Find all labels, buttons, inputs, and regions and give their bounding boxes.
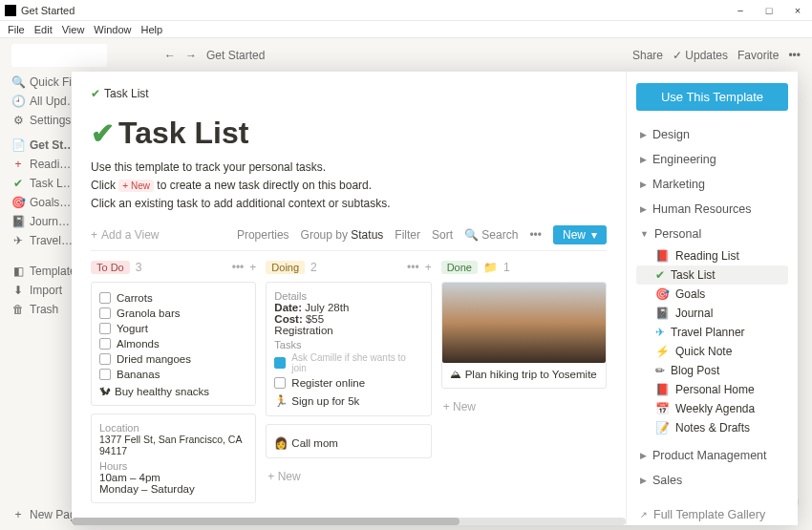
status-badge: To Do xyxy=(91,261,130,274)
toolbar-more[interactable]: ••• xyxy=(529,228,542,242)
kanban-board: To Do 3 ••• + Carrots Granola bars Yogur… xyxy=(91,261,607,511)
clock-icon: 🕘 xyxy=(11,95,25,108)
chevron-right-icon: ▶ xyxy=(640,155,647,164)
share-button[interactable]: Share xyxy=(632,49,663,62)
column-count: 1 xyxy=(503,261,510,274)
new-button[interactable]: New ▾ xyxy=(553,225,607,244)
chevron-right-icon: ▶ xyxy=(640,130,647,139)
menu-view[interactable]: View xyxy=(62,24,85,35)
mountain-icon: ⛰ xyxy=(450,369,461,380)
sort-button[interactable]: Sort xyxy=(432,228,453,242)
checkbox[interactable] xyxy=(99,338,111,350)
tmpl-task-list[interactable]: ✔Task List xyxy=(636,265,788,285)
column-more[interactable]: ••• xyxy=(407,261,419,274)
section-hr[interactable]: ▶Human Resources xyxy=(636,197,788,222)
filter-button[interactable]: Filter xyxy=(395,228,420,242)
section-personal[interactable]: ▼Personal xyxy=(636,222,788,246)
card-cover-image xyxy=(442,283,606,363)
favorite-button[interactable]: Favorite xyxy=(737,49,779,62)
page-title: ✔Task List xyxy=(91,116,607,151)
section-design[interactable]: ▶Design xyxy=(636,122,788,147)
chevron-right-icon: ▶ xyxy=(640,204,647,214)
workspace-switcher[interactable] xyxy=(11,44,107,67)
section-product-management[interactable]: ▶Product Management xyxy=(636,443,788,468)
updates-button[interactable]: ✓ Updates xyxy=(673,49,728,62)
tmpl-goals[interactable]: 🎯Goals xyxy=(636,285,788,304)
breadcrumb[interactable]: Get Started xyxy=(206,49,265,62)
squirrel-icon: 🐿 xyxy=(99,386,111,397)
template-modal: ✔Task List ✔Task List Use this template … xyxy=(72,72,798,525)
checkbox[interactable] xyxy=(99,369,111,380)
chevron-right-icon: ▶ xyxy=(640,451,647,460)
minimize-button[interactable]: − xyxy=(726,0,755,21)
folder-icon: 📁 xyxy=(483,261,498,274)
plane-icon: ✈ xyxy=(11,234,25,247)
bolt-icon: ⚡ xyxy=(655,345,670,358)
section-marketing[interactable]: ▶Marketing xyxy=(636,172,788,197)
card-signup-5k[interactable]: Details Date: July 28th Cost: $55 Regist… xyxy=(266,282,431,416)
import-icon: ⬇ xyxy=(11,284,25,297)
plus-icon: + xyxy=(11,158,25,171)
tmpl-weekly-agenda[interactable]: 📅Weekly Agenda xyxy=(636,399,788,418)
card-yosemite[interactable]: ⛰Plan hiking trip to Yosemite xyxy=(441,282,607,389)
section-engineering[interactable]: ▶Engineering xyxy=(636,147,788,172)
notes-icon: 📝 xyxy=(655,421,670,435)
add-card-done[interactable]: + New xyxy=(441,396,607,417)
journal-icon: 📓 xyxy=(11,215,25,228)
menu-help[interactable]: Help xyxy=(140,24,162,35)
horizontal-scrollbar[interactable] xyxy=(72,518,626,525)
book-icon: 📕 xyxy=(655,249,670,263)
template-description: Use this template to track your personal… xyxy=(91,159,607,214)
menu-file[interactable]: File xyxy=(8,24,25,35)
modal-breadcrumb[interactable]: ✔Task List xyxy=(91,87,607,100)
checkbox[interactable] xyxy=(99,307,111,319)
tmpl-personal-home[interactable]: 📕Personal Home xyxy=(636,380,788,399)
card-location[interactable]: Location 1377 Fell St, San Francisco, CA… xyxy=(91,413,256,503)
tmpl-quick-note[interactable]: ⚡Quick Note xyxy=(636,342,788,361)
groupby-button[interactable]: Group by Status xyxy=(301,228,384,242)
column-count: 3 xyxy=(136,261,142,274)
tmpl-notes-drafts[interactable]: 📝Notes & Drafts xyxy=(636,418,788,437)
chevron-right-icon: ▶ xyxy=(640,476,647,485)
checkbox[interactable] xyxy=(99,323,111,334)
add-card-doing[interactable]: + New xyxy=(266,466,431,487)
card-call-mom[interactable]: 👩Call mom xyxy=(266,424,431,458)
card-buy-snacks[interactable]: Carrots Granola bars Yogurt Almonds Drie… xyxy=(91,282,256,406)
tmpl-journal[interactable]: 📓Journal xyxy=(636,304,788,323)
runner-icon: 🏃 xyxy=(274,394,288,408)
add-view-button[interactable]: + Add a View xyxy=(91,228,160,242)
menu-window[interactable]: Window xyxy=(94,24,131,35)
page-icon: 📄 xyxy=(11,138,25,152)
menu-edit[interactable]: Edit xyxy=(34,24,53,35)
search-icon: 🔍 xyxy=(11,75,25,89)
tmpl-travel-planner[interactable]: ✈Travel Planner xyxy=(636,323,788,342)
checkbox[interactable] xyxy=(99,353,111,365)
tmpl-blog-post[interactable]: ✏Blog Post xyxy=(636,361,788,380)
calendar-icon: 📅 xyxy=(655,402,670,415)
section-sales[interactable]: ▶Sales xyxy=(636,468,788,493)
check-icon: ✔ xyxy=(91,87,100,100)
tmpl-reading-list[interactable]: 📕Reading List xyxy=(636,246,788,265)
nav-forward[interactable]: → xyxy=(185,49,197,62)
column-add[interactable]: + xyxy=(425,261,432,274)
chevron-right-icon: ▶ xyxy=(640,180,647,189)
column-add[interactable]: + xyxy=(249,261,256,274)
menubar: File Edit View Window Help xyxy=(0,21,812,38)
full-template-gallery[interactable]: ↗Full Template Gallery xyxy=(636,502,788,525)
maximize-button[interactable]: □ xyxy=(755,0,783,21)
checkbox[interactable] xyxy=(274,377,286,389)
search-button[interactable]: 🔍 Search xyxy=(464,228,518,242)
checkbox[interactable] xyxy=(99,292,111,304)
nav-back[interactable]: ← xyxy=(164,49,176,62)
trash-icon: 🗑 xyxy=(11,303,25,316)
more-button[interactable]: ••• xyxy=(788,49,801,62)
status-badge: Doing xyxy=(266,261,305,274)
person-icon: 👩 xyxy=(274,436,288,450)
column-more[interactable]: ••• xyxy=(232,261,245,274)
use-template-button[interactable]: Use This Template xyxy=(636,83,788,111)
close-button[interactable]: × xyxy=(783,0,812,21)
checkbox[interactable] xyxy=(274,357,286,369)
properties-button[interactable]: Properties xyxy=(237,228,289,242)
column-doing: Doing 2 ••• + Details Date: July 28th Co… xyxy=(266,261,431,511)
titlebar: Get Started − □ × xyxy=(0,0,812,21)
